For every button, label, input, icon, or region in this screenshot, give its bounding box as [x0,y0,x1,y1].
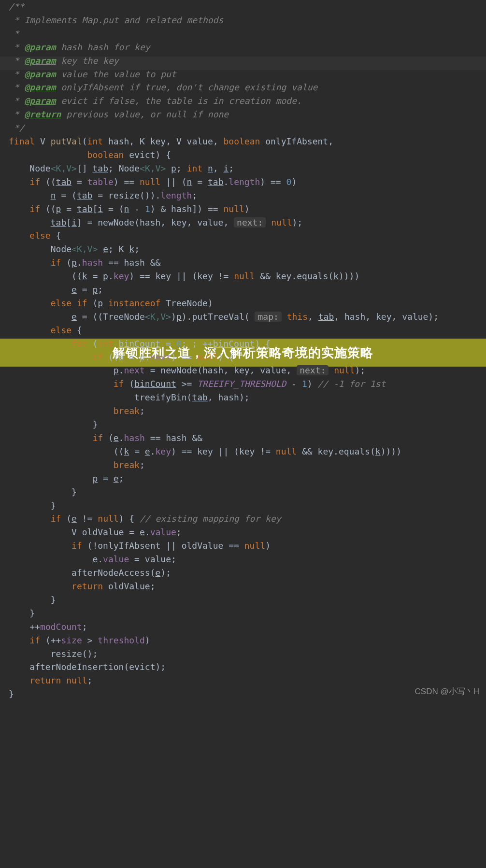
code-editor: /** * Implements Map.put and related met… [0,0,486,701]
javadoc-line: * [9,28,19,39]
javadoc-close: */ [9,123,25,133]
javadoc-line: * @param onlyIfAbsent if true, don't cha… [9,82,317,92]
javadoc-line: * Implements Map.put and related methods [9,15,223,25]
javadoc-line: * @param key the key [9,56,119,66]
javadoc-open: /** [9,1,25,12]
javadoc-line: * @return previous value, or null if non… [9,109,229,119]
javadoc-line: * @param evict if false, the table is in… [9,96,302,106]
javadoc-line: * @param hash hash for key [9,42,150,52]
javadoc-line: * @param value the value to put [9,69,176,79]
code-content[interactable]: /** * Implements Map.put and related met… [0,0,486,701]
